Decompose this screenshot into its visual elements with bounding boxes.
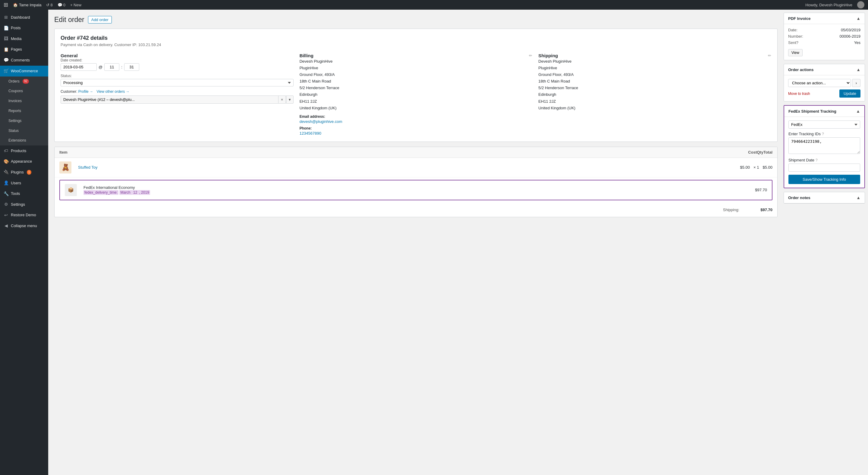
- sidebar-item-comments[interactable]: 💬 Comments: [0, 55, 48, 66]
- fedex-tracking-collapse-icon[interactable]: ▲: [856, 109, 860, 113]
- comments-item[interactable]: 💬 0: [58, 3, 65, 7]
- table-row: 🧸 Stuffed Toy $5.00 × 1 $5.00: [55, 158, 777, 177]
- tools-icon: 🔧: [4, 191, 8, 197]
- pdf-invoice-header: PDF Invoice ▲: [784, 13, 865, 24]
- items-section: Item Cost Qty Total 🧸 Stuffed Toy $5.00 …: [54, 147, 778, 217]
- billing-email[interactable]: devesh@pluginhive.com: [300, 119, 342, 124]
- order-details-box: Order #742 details Payment via Cash on d…: [54, 29, 778, 142]
- general-section: General Date created: @ : Status:: [61, 53, 293, 136]
- sidebar-item-plugins[interactable]: 🔌 Plugins 1: [0, 167, 48, 178]
- sidebar-item-media[interactable]: 🖼 Media: [0, 33, 48, 44]
- shipping-address: Devesh PluginHive PluginHive Ground Floo…: [538, 58, 771, 111]
- shipping-name: Devesh PluginHive: [538, 58, 771, 65]
- pdf-date-row: Date: 05/03/2019: [788, 28, 861, 32]
- shipping-date-suffix: , 2019: [138, 190, 150, 195]
- general-heading: General: [61, 53, 293, 58]
- tracking-ids-textarea[interactable]: 794664223198,: [788, 137, 860, 154]
- new-item[interactable]: + New: [70, 3, 82, 7]
- date-input[interactable]: [61, 63, 97, 71]
- profile-link[interactable]: Profile →: [79, 90, 93, 94]
- sidebar-label-restore: Restore Demo: [11, 212, 36, 218]
- page-title: Edit order: [54, 16, 84, 24]
- tracking-ids-help-icon[interactable]: ?: [822, 132, 824, 136]
- save-tracking-button[interactable]: Save/Show Tracking Info: [788, 175, 860, 184]
- hour-input[interactable]: [104, 63, 119, 71]
- sidebar-item-status[interactable]: Status: [0, 126, 48, 136]
- fedex-tracking-header: FedEx Shipment Tracking ▲: [784, 106, 864, 117]
- action-select-row: Choose an action... ›: [788, 79, 861, 87]
- move-to-trash-link[interactable]: Move to trash: [788, 92, 810, 96]
- sidebar-item-extensions[interactable]: Extensions: [0, 136, 48, 145]
- action-footer: Move to trash Update: [788, 90, 861, 98]
- sidebar-label-products: Products: [11, 148, 26, 154]
- fedex-carrier-select[interactable]: FedEx: [788, 121, 860, 129]
- item-name-link[interactable]: Stuffed Toy: [78, 165, 98, 170]
- action-arrow-button[interactable]: ›: [852, 79, 861, 87]
- sidebar-label-woocommerce: WooCommerce: [11, 68, 38, 74]
- sidebar-item-dashboard[interactable]: ⊞ Dashboard: [0, 12, 48, 23]
- customer-dropdown-button[interactable]: ▾: [286, 96, 293, 104]
- shipment-date-input[interactable]: [788, 164, 860, 172]
- pdf-sent-value: Yes: [854, 40, 861, 45]
- customer-clear-button[interactable]: ×: [278, 96, 286, 104]
- sidebar-item-posts[interactable]: 📄 Posts: [0, 23, 48, 34]
- shipping-method-info: FedEx International Economy fedex_delive…: [84, 185, 751, 195]
- billing-address2: 18th C Main Road: [300, 78, 532, 84]
- sidebar-item-products[interactable]: 🏷 Products: [0, 145, 48, 156]
- sidebar-item-coupons[interactable]: Coupons: [0, 86, 48, 96]
- collapse-icon: ◀: [4, 223, 8, 229]
- billing-edit-icon[interactable]: ✏: [529, 53, 532, 58]
- shipping-edit-icon[interactable]: ✏: [768, 53, 771, 58]
- reports-label: Reports: [8, 108, 21, 113]
- billing-country: United Kingdom (UK): [300, 105, 532, 111]
- sidebar-item-woocommerce[interactable]: 🛒 WooCommerce: [0, 66, 48, 76]
- pdf-view-button[interactable]: View: [788, 49, 803, 56]
- action-select[interactable]: Choose an action...: [788, 79, 851, 87]
- order-actions-collapse-icon[interactable]: ▲: [856, 67, 861, 72]
- plugins-icon: 🔌: [4, 169, 8, 175]
- right-panel: PDF Invoice ▲ Date: 05/03/2019 Number: 0…: [784, 10, 868, 475]
- pages-icon: 📋: [4, 47, 8, 53]
- customer-input[interactable]: [61, 96, 278, 104]
- sidebar-item-tools[interactable]: 🔧 Tools: [0, 189, 48, 199]
- sidebar-label-settings-main: Settings: [11, 202, 25, 207]
- shipping-date-highlight: 12: [132, 190, 138, 195]
- sidebar-item-settings[interactable]: Settings: [0, 116, 48, 126]
- at-sign: @: [98, 65, 102, 69]
- date-row: Date created: @ :: [61, 58, 293, 71]
- sidebar-item-settings-main[interactable]: ⚙ Settings: [0, 199, 48, 210]
- billing-heading: Billing: [300, 53, 313, 58]
- items-table-header: Item Cost Qty Total: [55, 147, 777, 158]
- order-title: Order #742 details: [61, 35, 771, 41]
- shipping-heading: Shipping: [538, 53, 558, 58]
- woocommerce-icon: 🛒: [4, 68, 8, 74]
- sidebar-item-orders[interactable]: Orders 92: [0, 76, 48, 87]
- minute-input[interactable]: [124, 63, 139, 71]
- fedex-tracking-title: FedEx Shipment Tracking: [788, 109, 836, 113]
- products-icon: 🏷: [4, 148, 8, 154]
- view-orders-link[interactable]: View other orders →: [96, 90, 129, 94]
- shipping-method-row: 📦 FedEx International Economy fedex_deli…: [59, 180, 772, 200]
- status-select[interactable]: Processing Pending payment On hold Compl…: [61, 79, 293, 87]
- extensions-label: Extensions: [8, 138, 26, 143]
- update-button[interactable]: Update: [839, 90, 861, 98]
- sidebar-item-collapse[interactable]: ◀ Collapse menu: [0, 220, 48, 231]
- sidebar-item-invoices[interactable]: Invoices: [0, 96, 48, 106]
- time-colon: :: [121, 65, 122, 69]
- order-actions-content: Choose an action... › Move to trash Upda…: [784, 75, 865, 101]
- sidebar-item-users[interactable]: 👤 Users: [0, 178, 48, 189]
- billing-phone[interactable]: 1234567890: [300, 131, 321, 136]
- sidebar-item-pages[interactable]: 📋 Pages: [0, 44, 48, 55]
- site-name[interactable]: 🏠 Tame Impala: [13, 3, 41, 7]
- dashboard-icon: ⊞: [4, 14, 8, 21]
- sidebar-item-restore-demo[interactable]: ↩ Restore Demo: [0, 210, 48, 221]
- sidebar-item-appearance[interactable]: 🎨 Appearance: [0, 156, 48, 167]
- add-order-button[interactable]: Add order: [88, 16, 112, 24]
- page-header: Edit order Add order: [54, 16, 778, 24]
- pdf-invoice-collapse-icon[interactable]: ▲: [856, 16, 861, 21]
- shipment-date-help-icon[interactable]: ?: [815, 158, 818, 162]
- revisions-item[interactable]: ↺ 8: [46, 3, 53, 7]
- order-notes-collapse-icon[interactable]: ▲: [856, 195, 861, 200]
- customer-row: Customer: Profile → View other orders → …: [61, 90, 293, 104]
- sidebar-item-reports[interactable]: Reports: [0, 106, 48, 116]
